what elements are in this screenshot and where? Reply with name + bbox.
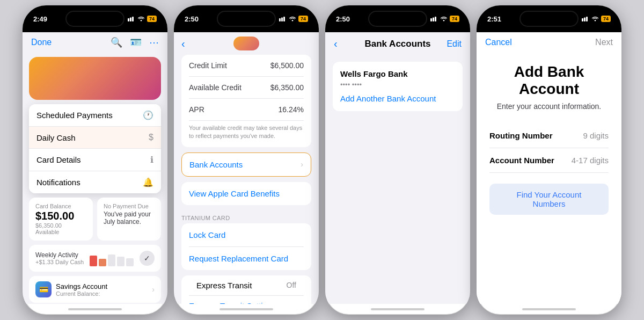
- bank-number: •••• ••••: [340, 81, 455, 89]
- savings-info: Savings Account Current Balance:: [56, 282, 107, 297]
- search-icon[interactable]: 🔍: [111, 37, 122, 48]
- svg-rect-5: [281, 18, 283, 22]
- status-icons-4: 74: [582, 16, 611, 22]
- phone4-content: Cancel Next Add Bank Account Enter your …: [477, 32, 621, 304]
- phone3-content: ‹ Bank Accounts Edit Wells Fargo Bank ••…: [325, 32, 470, 304]
- dropdown-item-daily-cash[interactable]: Daily Cash $: [29, 127, 161, 149]
- no-payment-desc: You've paid your July balance.: [104, 210, 155, 226]
- status-bar-1: 2:49 74: [23, 5, 167, 32]
- home-indicator-3: [325, 304, 470, 315]
- balance-box: Card Balance $150.00 $6,350.00 Available: [29, 198, 93, 241]
- savings-icon: 💳: [35, 281, 52, 297]
- bell-icon: 🔔: [143, 177, 153, 187]
- card-pill: [233, 37, 259, 50]
- express-card: Express Transit Off Express Transit Sett…: [181, 275, 311, 304]
- card-stats: Card Balance $150.00 $6,350.00 Available…: [29, 198, 161, 241]
- svg-point-15: [595, 20, 596, 21]
- available-credit-value: $6,350.00: [270, 83, 304, 92]
- credit-limit-row: Credit Limit $6,500.00: [189, 55, 304, 77]
- routing-number-row: Routing Number 9 digits: [489, 123, 609, 148]
- lock-card-link[interactable]: Lock Card: [189, 230, 225, 239]
- no-payment-title: No Payment Due: [104, 203, 155, 209]
- next-button[interactable]: Next: [595, 38, 613, 47]
- more-icon[interactable]: ⋯: [149, 37, 159, 48]
- savings-title: Savings Account: [56, 282, 107, 290]
- phone2-content: ‹ Credit Limit $6,500.00 Available Credi…: [174, 32, 319, 304]
- replacement-card-link[interactable]: Request Replacement Card: [189, 254, 288, 263]
- check-icon: ✓: [140, 251, 155, 266]
- p4-header: Cancel Next: [477, 32, 621, 53]
- dropdown-item-notifications[interactable]: Notifications 🔔: [29, 171, 161, 193]
- back-button-3[interactable]: ‹: [334, 38, 338, 50]
- time-3: 2:50: [336, 15, 350, 23]
- dropdown-item-scheduled[interactable]: Scheduled Payments 🕐: [29, 104, 161, 127]
- weekly-box: Weekly Activity +$1.33 Daily Cash ✓: [29, 245, 161, 272]
- balance-value: $150.00: [35, 209, 86, 222]
- card-icon[interactable]: 🪪: [130, 37, 142, 48]
- page-title-3: Bank Accounts: [364, 39, 430, 49]
- available-credit-row: Available Credit $6,350.00: [189, 77, 304, 99]
- find-account-numbers-button[interactable]: Find Your Account Numbers: [489, 184, 609, 215]
- svg-rect-4: [279, 18, 281, 21]
- edit-button[interactable]: Edit: [447, 39, 462, 49]
- detail-note: Your available credit may take several d…: [189, 121, 304, 147]
- weekly-info: Weekly Activity +$1.33 Daily Cash: [35, 251, 84, 265]
- done-button[interactable]: Done: [31, 38, 52, 47]
- clock-icon: 🕐: [143, 110, 153, 120]
- status-bar-4: 2:51 74: [477, 5, 621, 32]
- weekly-title: Weekly Activity: [35, 251, 84, 259]
- back-button-2[interactable]: ‹: [181, 38, 185, 50]
- titanium-section-label: TITANIUM CARD: [181, 210, 311, 223]
- dynamic-island-4: [519, 11, 579, 27]
- benefits-link[interactable]: View Apple Card Benefits: [189, 189, 280, 198]
- benefits-row[interactable]: View Apple Card Benefits: [189, 182, 304, 205]
- replacement-card-row[interactable]: Request Replacement Card: [189, 247, 304, 270]
- weekly-sub: +$1.33 Daily Cash: [35, 259, 84, 265]
- svg-rect-6: [283, 17, 285, 21]
- svg-rect-8: [430, 18, 432, 21]
- dropdown-menu: Scheduled Payments 🕐 Daily Cash $ Card D…: [29, 104, 161, 193]
- apr-row: APR 16.24%: [189, 99, 304, 121]
- apple-card-hero: [29, 57, 161, 100]
- bank-accounts-card[interactable]: Bank Accounts ›: [181, 152, 311, 177]
- account-number-row: Account Number 4-17 digits: [489, 148, 609, 173]
- dropdown-item-card-details[interactable]: Card Details ℹ: [29, 149, 161, 171]
- routing-number-label: Routing Number: [489, 131, 553, 140]
- bar-3: [108, 254, 115, 266]
- apr-label: APR: [189, 105, 204, 114]
- svg-rect-2: [132, 17, 134, 21]
- account-number-label: Account Number: [489, 156, 554, 165]
- home-bar-3: [371, 308, 425, 310]
- dynamic-island-1: [65, 11, 125, 27]
- apr-value: 16.24%: [279, 105, 304, 114]
- svg-rect-12: [582, 18, 583, 21]
- svg-rect-14: [586, 17, 588, 21]
- home-indicator-1: [23, 304, 167, 315]
- express-label: Express Transit: [196, 281, 252, 290]
- cancel-button[interactable]: Cancel: [485, 38, 512, 47]
- express-off-value: Off: [287, 281, 296, 289]
- bar-1: [90, 256, 97, 266]
- dynamic-island-3: [368, 11, 427, 27]
- add-bank-subtitle: Enter your account information.: [489, 102, 609, 111]
- available-credit-label: Available Credit: [189, 83, 241, 92]
- dropdown-label-scheduled: Scheduled Payments: [36, 111, 113, 120]
- savings-sub: Current Balance:: [56, 290, 107, 297]
- benefits-card[interactable]: View Apple Card Benefits: [181, 182, 311, 205]
- bank-accounts-row[interactable]: Bank Accounts ›: [189, 153, 303, 176]
- svg-rect-1: [130, 18, 131, 22]
- svg-rect-10: [435, 17, 436, 21]
- phone-4: 2:51 74 Cancel Next Add Bank Account Ent…: [477, 5, 621, 315]
- phone-3: 2:50 74 ‹ Bank Accounts Edit Wells Fargo…: [325, 5, 470, 315]
- phone-2: 2:50 74 ‹ Credit Limit $6,500.00: [174, 5, 319, 315]
- account-number-placeholder[interactable]: 4-17 digits: [572, 156, 609, 165]
- dropdown-label-notifications: Notifications: [36, 178, 80, 187]
- routing-number-placeholder[interactable]: 9 digits: [583, 131, 609, 140]
- bank-accounts-link[interactable]: Bank Accounts: [189, 160, 243, 169]
- add-bank-button[interactable]: Add Another Bank Account: [340, 94, 436, 103]
- lock-card-row[interactable]: Lock Card: [189, 223, 304, 247]
- dropdown-label-daily-cash: Daily Cash: [36, 133, 76, 142]
- savings-row[interactable]: 💳 Savings Account Current Balance: ›: [29, 276, 161, 303]
- dollar-icon: $: [149, 133, 153, 142]
- battery-1: 74: [147, 16, 157, 22]
